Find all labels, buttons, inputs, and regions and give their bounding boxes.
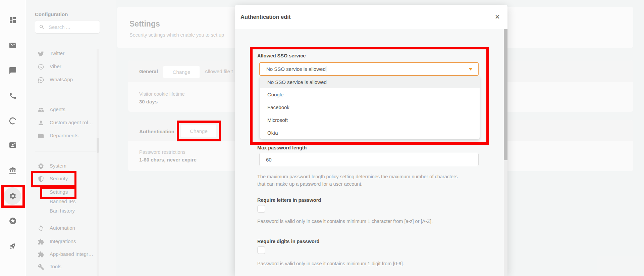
puzzle-icon: [37, 238, 45, 245]
star-circle-icon[interactable]: [8, 217, 17, 225]
gear-icon: [37, 163, 45, 170]
sidebar-item-label: Security: [50, 176, 68, 181]
sidebar-item-label: Twitter: [50, 50, 64, 56]
sidebar-item-label: Tools: [50, 264, 61, 269]
sidebar-item-label: Agents: [50, 106, 65, 112]
sidebar-item-app-based-integrations[interactable]: App-based Integr…: [26, 250, 116, 259]
row-label: Visitor cookie lifetime: [139, 91, 185, 97]
sidebar-item-system[interactable]: System: [26, 162, 116, 171]
sidebar-divider: [35, 151, 96, 151]
sso-option-okta[interactable]: Okta: [260, 126, 480, 139]
max-password-length-input[interactable]: [259, 153, 479, 166]
sso-option-microsoft[interactable]: Microsoft: [260, 113, 480, 126]
rocket-icon[interactable]: [8, 242, 17, 250]
twitter-icon: [37, 50, 45, 57]
text-cursor: [326, 66, 327, 72]
modal-scrollbar-thumb[interactable]: [504, 29, 507, 160]
page-title: Settings: [129, 19, 160, 29]
row-value: 1-60 chars, never expire: [139, 157, 197, 163]
sidebar-item-label: System: [50, 163, 66, 169]
search-input[interactable]: [48, 24, 93, 30]
sync-icon: [37, 225, 45, 232]
left-icon-rail: [0, 0, 26, 276]
sidebar-item-departments[interactable]: Departments: [26, 131, 116, 141]
row-value: 30 days: [139, 99, 158, 104]
viber-icon: [37, 63, 45, 71]
sidebar-item-label: Custom agent rol…: [50, 120, 93, 125]
sidebar-scrollbar[interactable]: [97, 49, 99, 276]
authentication-change-button[interactable]: Change: [181, 125, 216, 137]
row-label: Password restrictions: [139, 149, 185, 155]
search-icon: [39, 24, 45, 30]
sso-service-select[interactable]: No SSO service is allowed: [259, 62, 479, 76]
people-icon: [37, 106, 45, 113]
loader-ring-icon[interactable]: [8, 117, 17, 125]
sidebar-item-tools[interactable]: Tools: [26, 262, 116, 272]
sidebar-item-ban-history[interactable]: Ban history: [26, 206, 116, 216]
puzzle-icon: [37, 251, 45, 258]
modal-scrollbar[interactable]: [504, 29, 507, 276]
shield-icon: [37, 175, 45, 183]
require-letters-checkbox[interactable]: [257, 205, 265, 213]
sidebar-item-label: Banned IPs: [50, 198, 76, 204]
sidebar-search[interactable]: [35, 20, 100, 34]
dashboard-icon[interactable]: [8, 16, 17, 25]
person-icon: [37, 119, 45, 127]
sso-select-value: No SSO service is allowed: [266, 66, 326, 72]
sso-option-facebook[interactable]: Facebook: [260, 101, 480, 113]
sidebar-item-label: Integrations: [50, 238, 76, 244]
card-title: General: [139, 68, 158, 74]
modal-title: Authentication edit: [240, 5, 290, 29]
sso-option-no-sso[interactable]: No SSO service is allowed: [260, 76, 480, 88]
sidebar-item-label: Settings: [50, 189, 68, 195]
sidebar-item-label: App-based Integr…: [50, 251, 93, 257]
sso-dropdown-menu: No SSO service is allowed Google Faceboo…: [260, 76, 480, 139]
require-digits-label: Require digits in password: [257, 239, 319, 244]
require-digits-help: Password is valid only in case it contai…: [257, 260, 404, 267]
wrench-icon: [37, 263, 45, 271]
sso-option-google[interactable]: Google: [260, 88, 480, 101]
max-password-length-help: The maximum password length policy setti…: [257, 173, 463, 188]
sidebar-item-label: Ban history: [50, 208, 75, 214]
settings-gear-icon[interactable]: [8, 192, 17, 200]
sidebar-item-twitter[interactable]: Twitter: [26, 49, 116, 58]
sidebar-item-custom-agent-roles[interactable]: Custom agent rol…: [26, 118, 116, 128]
sidebar-divider: [35, 95, 96, 95]
sidebar-item-banned-ips[interactable]: Banned IPs: [26, 197, 116, 206]
chat-icon[interactable]: [8, 66, 17, 75]
sidebar-item-label: Automation: [50, 225, 75, 231]
require-letters-help: Password is valid only in case it contai…: [257, 218, 433, 225]
sidebar-scrollbar-thumb[interactable]: [97, 138, 99, 153]
contacts-card-icon[interactable]: [8, 141, 17, 149]
authentication-edit-modal: Authentication edit ✕ Allowed SSO servic…: [235, 5, 507, 276]
sidebar-item-whatsapp[interactable]: WhatsApp: [26, 75, 116, 85]
modal-header: Authentication edit ✕: [235, 5, 507, 29]
page-subtitle: Security settings which enable you to se…: [129, 32, 237, 38]
allowed-file-types-tab[interactable]: Allowed file t: [205, 68, 233, 74]
sidebar-item-agents[interactable]: Agents: [26, 105, 116, 114]
bank-icon[interactable]: [8, 166, 17, 175]
require-digits-checkbox[interactable]: [257, 246, 265, 254]
require-letters-label: Require letters in password: [257, 197, 321, 203]
close-icon[interactable]: ✕: [495, 14, 500, 20]
sidebar-item-viber[interactable]: Viber: [26, 62, 116, 72]
general-change-button[interactable]: Change: [163, 66, 200, 78]
sso-service-label: Allowed SSO service: [257, 53, 306, 58]
configuration-sidebar: Configuration Twitter Viber WhatsApp Age…: [26, 0, 116, 276]
sidebar-item-label: WhatsApp: [50, 77, 73, 82]
sidebar-item-integrations[interactable]: Integrations: [26, 237, 116, 246]
card-title: Authentication: [139, 129, 174, 134]
sidebar-title: Configuration: [35, 11, 68, 17]
phone-icon[interactable]: [8, 91, 17, 100]
sidebar-item-security[interactable]: Security: [26, 174, 116, 184]
sidebar-item-security-settings[interactable]: Settings: [26, 188, 116, 197]
sidebar-item-label: Viber: [50, 63, 61, 69]
sidebar-item-label: Departments: [50, 133, 78, 138]
mail-icon[interactable]: [8, 41, 17, 50]
folder-icon: [37, 132, 45, 140]
whatsapp-icon: [37, 76, 45, 84]
max-password-length-label: Max password length: [257, 145, 307, 150]
chevron-down-icon: [469, 68, 473, 71]
sidebar-item-automation[interactable]: Automation: [26, 224, 116, 233]
